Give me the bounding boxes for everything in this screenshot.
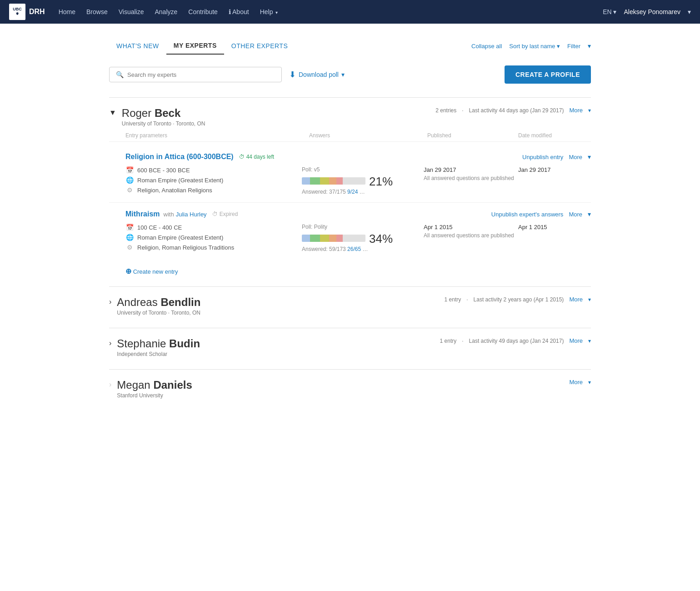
download-poll-button[interactable]: ⬇ Download poll ▾ xyxy=(289,70,345,80)
main-content: WHAT'S NEW MY EXPERTS OTHER EXPERTS Coll… xyxy=(100,24,600,424)
poll-bar-attica xyxy=(302,177,365,185)
tabs-bar: WHAT'S NEW MY EXPERTS OTHER EXPERTS Coll… xyxy=(109,37,591,55)
expert-more-budin[interactable]: More xyxy=(569,337,583,344)
bar-pink-attica xyxy=(336,177,343,185)
nav-browse[interactable]: Browse xyxy=(82,5,112,18)
bar-green-mithraism xyxy=(310,235,320,242)
expert-section-bendlin: › Andreas Bendlin University of Toronto … xyxy=(109,286,591,328)
collapse-toggle-daniels[interactable]: › xyxy=(109,381,111,389)
sort-by-label: Sort by last name ▾ xyxy=(509,43,560,50)
bar-blue-attica xyxy=(302,177,310,185)
nav-help[interactable]: Help ▾ xyxy=(255,5,283,18)
entry-details-mithraism: 📅 100 CE - 400 CE 🌐 Roman Empire (Greate… xyxy=(125,224,591,252)
entry-mithraism: Mithraism with Julia Hurley ⏱ Expired Un… xyxy=(109,203,591,260)
expert-affiliation-beck: University of Toronto · Toronto, ON xyxy=(122,120,435,127)
expert-name-beck: Roger Beck xyxy=(122,107,435,120)
expert-name-block-bendlin: Andreas Bendlin University of Toronto · … xyxy=(117,296,444,316)
expert-header-bendlin: › Andreas Bendlin University of Toronto … xyxy=(109,296,591,316)
poll-answered-mithraism: Answered: 59/173 26/65 … xyxy=(302,246,420,252)
entry-pub-note-attica: All answered questions are published xyxy=(424,175,515,181)
nav-contribute[interactable]: Contribute xyxy=(184,5,222,18)
calendar-icon-attica: 📅 xyxy=(125,166,134,174)
entry-actions-mithraism: Unpublish expert's answers More ▾ xyxy=(491,210,591,218)
entry-title-attica[interactable]: Religion in Attica (600-300BCE) xyxy=(125,153,234,161)
entry-more-attica[interactable]: More xyxy=(569,154,582,160)
tab-my-experts[interactable]: MY EXPERTS xyxy=(166,37,224,55)
collapse-all-button[interactable]: Collapse all xyxy=(471,43,502,50)
tab-other-experts[interactable]: OTHER EXPERTS xyxy=(224,38,295,54)
expert-affiliation-bendlin: University of Toronto · Toronto, ON xyxy=(117,310,444,316)
param-category-mithraism: ⚙ Religion, Roman Religious Traditions xyxy=(125,244,298,251)
globe-icon-mithraism: 🌐 xyxy=(125,234,134,241)
expert-more-bendlin[interactable]: More xyxy=(569,296,583,303)
collapse-toggle-budin[interactable]: › xyxy=(109,339,111,347)
collapse-toggle-beck[interactable]: ▼ xyxy=(109,109,116,117)
nav-about[interactable]: ℹ About xyxy=(224,5,254,18)
nav-analyze[interactable]: Analyze xyxy=(150,5,182,18)
expert-more-arrow-daniels: ▾ xyxy=(588,379,591,386)
entry-published-mithraism: Apr 1 2015 All answered questions are pu… xyxy=(424,224,515,239)
search-box: 🔍 xyxy=(109,67,282,82)
create-new-link[interactable]: ⊕ Create new entry xyxy=(125,268,178,275)
entry-badge-attica: ⏱ 44 days left xyxy=(239,154,274,160)
entry-poll-mithraism: Poll: Polity 34% Answered: xyxy=(302,224,420,252)
entry-title-row-mithraism: Mithraism with Julia Hurley ⏱ Expired Un… xyxy=(125,210,591,218)
nav-links: Home Browse Visualize Analyze Contribute… xyxy=(54,5,603,18)
param-category-attica: ⚙ Religion, Anatolian Religions xyxy=(125,186,298,194)
filter-button[interactable]: Filter xyxy=(567,43,580,50)
logo: UBC⚜ xyxy=(9,4,25,20)
param-date-mithraism: 📅 100 CE - 400 CE xyxy=(125,224,298,231)
bar-orange-attica xyxy=(329,177,336,185)
nav-language[interactable]: EN ▾ xyxy=(603,8,616,15)
poll-row-mithraism: 34% xyxy=(302,232,420,246)
expert-section-beck: ▼ Roger Beck University of Toronto · Tor… xyxy=(109,97,591,286)
expert-last-activity-bendlin: Last activity 2 years ago (Apr 1 2015) xyxy=(474,296,564,303)
entry-religion-attica: Religion in Attica (600-300BCE) ⏱ 44 day… xyxy=(109,145,591,203)
create-new-label: Create new entry xyxy=(133,268,178,275)
poll-label-attica: Poll: v5 xyxy=(302,166,420,173)
calendar-icon-mithraism: 📅 xyxy=(125,224,134,231)
expert-entries-count-budin: 1 entry xyxy=(440,338,457,344)
toolbar: 🔍 ⬇ Download poll ▾ CREATE A PROFILE xyxy=(109,65,591,84)
unpublish-entry-mithraism[interactable]: Unpublish expert's answers xyxy=(491,211,564,218)
entry-more-mithraism[interactable]: More xyxy=(569,211,582,218)
tab-whats-new[interactable]: WHAT'S NEW xyxy=(109,38,166,54)
bar-blue-mithraism xyxy=(302,235,310,242)
sort-by-value[interactable]: last name ▾ xyxy=(530,43,560,50)
entry-title-row-attica: Religion in Attica (600-300BCE) ⏱ 44 day… xyxy=(125,153,591,161)
nav-visualize[interactable]: Visualize xyxy=(114,5,149,18)
param-date-text-attica: 600 BCE - 300 BCE xyxy=(137,167,190,174)
poll-answered-attica: Answered: 37/175 9/24 … xyxy=(302,189,420,195)
unpublish-entry-attica[interactable]: Unpublish entry xyxy=(522,154,563,160)
badge-text-attica: 44 days left xyxy=(246,154,274,160)
param-date-text-mithraism: 100 CE - 400 CE xyxy=(137,224,182,231)
expert-more-beck[interactable]: More xyxy=(569,107,583,114)
poll-pct-mithraism: 34% xyxy=(369,232,393,246)
tab-actions: Collapse all Sort by last name ▾ Filter … xyxy=(471,42,591,50)
expert-last-activity-budin: Last activity 49 days ago (Jan 24 2017) xyxy=(469,338,564,344)
param-date-attica: 📅 600 BCE - 300 BCE xyxy=(125,166,298,174)
entry-poll-attica: Poll: v5 21% Answered: 37/1 xyxy=(302,166,420,195)
entry-modified-mithraism: Apr 1 2015 xyxy=(518,224,591,230)
entry-params-attica: 📅 600 BCE - 300 BCE 🌐 Roman Empire (Grea… xyxy=(125,166,298,194)
entry-params-mithraism: 📅 100 CE - 400 CE 🌐 Roman Empire (Greate… xyxy=(125,224,298,251)
entry-pub-date-attica: Jan 29 2017 xyxy=(424,166,515,173)
category-icon-mithraism: ⚙ xyxy=(125,244,134,251)
badge-icon-mithraism: ⏱ xyxy=(212,211,218,217)
expert-name-daniels: Megan Daniels xyxy=(117,379,569,391)
collapse-toggle-bendlin[interactable]: › xyxy=(109,298,111,306)
expert-more-daniels[interactable]: More xyxy=(569,379,583,386)
nav-user[interactable]: Aleksey Ponomarev xyxy=(624,8,680,15)
nav-home[interactable]: Home xyxy=(54,5,80,18)
entry-more-arrow-attica: ▾ xyxy=(588,153,591,160)
brand[interactable]: UBC⚜ DRH xyxy=(9,4,45,20)
entry-title-mithraism[interactable]: Mithraism xyxy=(125,210,160,218)
bar-pink-mithraism xyxy=(336,235,343,242)
search-input[interactable] xyxy=(127,71,275,78)
param-region-attica: 🌐 Roman Empire (Greatest Extent) xyxy=(125,176,298,184)
expert-name-block-budin: Stephanie Budin Independent Scholar xyxy=(117,337,440,357)
search-icon: 🔍 xyxy=(116,71,124,78)
bar-green-attica xyxy=(310,177,320,185)
navbar: UBC⚜ DRH Home Browse Visualize Analyze C… xyxy=(0,0,700,24)
create-profile-button[interactable]: CREATE A PROFILE xyxy=(505,65,591,84)
